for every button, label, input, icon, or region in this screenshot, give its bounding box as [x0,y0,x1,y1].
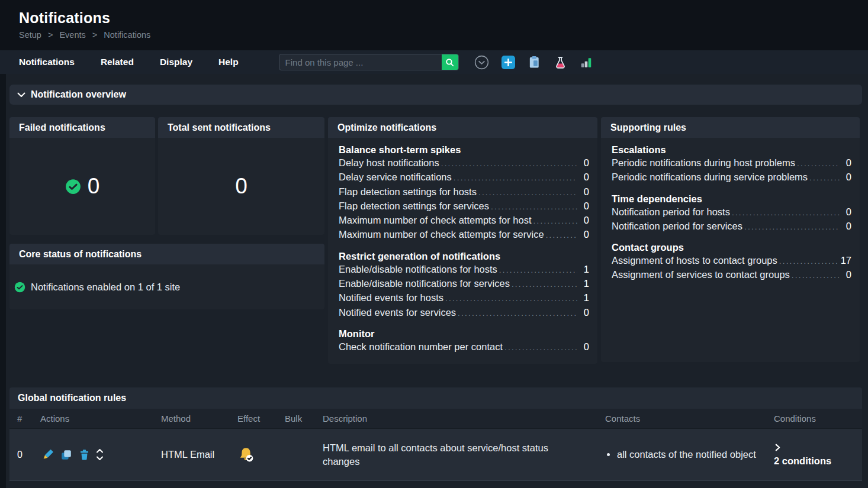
search-button[interactable] [442,54,458,70]
edit-icon[interactable] [40,448,54,462]
conditions-count[interactable]: 2 conditions [774,455,831,466]
menu-notifications[interactable]: Notifications [19,57,75,67]
card-title: Supporting rules [601,117,860,138]
stat-value: 0 [841,172,851,183]
column-header-method: Method [160,413,236,424]
clone-icon[interactable] [60,448,73,461]
chevron-down-circle-icon[interactable] [474,55,489,70]
stat-value: 0 [841,206,851,218]
bar-chart-icon[interactable] [580,56,593,69]
stat-row[interactable]: Check notification number per contact...… [339,341,589,356]
expand-conditions-icon[interactable] [775,443,861,454]
add-icon[interactable] [501,56,515,69]
stat-row[interactable]: Maximum number of check attempts for hos… [339,215,589,229]
dotted-leader: ........................................… [792,271,840,280]
column-header-number: # [9,413,39,424]
dotted-leader: ........................................… [809,173,840,182]
stat-group-heading: Monitor [339,328,589,340]
move-down-icon[interactable] [96,456,104,461]
column-header-bulk: Bulk [284,413,322,424]
dotted-leader: ........................................… [779,257,839,266]
breadcrumb: Setup > Events > Notifications [19,30,868,40]
stat-group: Contact groupsAssignment of hosts to con… [612,242,851,284]
stat-value: 0 [841,221,851,232]
stat-value: 0 [579,172,589,183]
stat-label: Delay service notifications [339,172,452,183]
stat-row[interactable]: Periodic notifications during host probl… [612,157,851,172]
optimize-notifications-card: Optimize notifications Balance short-ter… [328,117,597,364]
notification-bell-icon [237,446,282,463]
stat-row[interactable]: Notification period for services........… [612,221,851,235]
breadcrumb-item-notifications[interactable]: Notifications [104,30,150,40]
stat-row[interactable]: Notified events for hosts...............… [339,292,589,306]
stat-row[interactable]: Flap detection settings for services....… [339,201,589,215]
section-title: Notification overview [31,89,126,100]
breadcrumb-separator: > [90,30,100,40]
chevron-down-icon [17,92,25,98]
stat-row[interactable]: Enable/disable notifications for hosts..… [339,264,589,278]
menu-items: NotificationsRelatedDisplayHelp [19,57,265,67]
dotted-leader: ........................................… [797,159,840,168]
stat-row[interactable]: Assignment of hosts to contact groups...… [612,255,851,269]
overview-cards: Failed notifications 0 Total sent notifi… [9,117,862,364]
column-header-contacts: Contacts [604,413,773,424]
total-sent-notifications-card: Total sent notifications 0 [158,117,324,235]
total-sent-value: 0 [235,174,247,199]
stat-row[interactable]: Enable/disable notifications for service… [339,278,589,292]
breadcrumb-item-setup[interactable]: Setup [19,30,41,40]
stat-group: Restrict generation of notificationsEnab… [339,251,589,321]
menu-related[interactable]: Related [101,57,134,67]
stat-label: Maximum number of check attempts for hos… [339,215,532,226]
rule-method: HTML Email [160,443,236,466]
success-check-icon [65,179,81,195]
card-title: Failed notifications [9,117,155,138]
stat-label: Flap detection settings for hosts [339,186,477,198]
stat-label: Delay host notifications [339,157,439,169]
menu-help[interactable]: Help [218,57,239,67]
rule-conditions: 2 conditions [773,437,862,473]
stat-row[interactable]: Flap detection settings for hosts.......… [339,186,589,201]
stat-row[interactable]: Assignment of services to contact groups… [612,269,851,283]
rule-actions [39,442,160,468]
stat-row[interactable]: Maximum number of check attempts for ser… [339,229,589,243]
clipboard-icon[interactable] [528,55,541,69]
stat-row[interactable]: Periodic notifications during service pr… [612,172,851,186]
move-up-icon[interactable] [96,448,104,453]
stat-label: Notification period for services [612,221,742,232]
stat-group: Time dependenciesNotification period for… [612,193,851,235]
dotted-leader: ........................................… [512,280,577,289]
delete-icon[interactable] [78,448,91,461]
column-header-actions: Actions [39,413,160,424]
flask-icon[interactable] [554,56,567,69]
stat-label: Assignment of hosts to contact groups [612,255,777,266]
stat-row[interactable]: Notified events for services............… [339,307,589,321]
stat-label: Maximum number of check attempts for ser… [339,229,544,240]
rule-bulk [284,449,322,461]
stat-label: Notification period for hosts [612,206,730,218]
menu-bar: NotificationsRelatedDisplayHelp [0,50,868,74]
move-rule-control[interactable] [96,448,104,461]
search-input[interactable] [279,54,442,70]
failed-notifications-card: Failed notifications 0 [9,117,155,235]
notification-overview-toggle[interactable]: Notification overview [9,85,862,105]
stat-value: 0 [579,201,589,212]
dotted-leader: ........................................… [546,231,577,240]
stat-row[interactable]: Delay host notifications................… [339,157,589,172]
menu-display[interactable]: Display [160,57,192,67]
stat-row[interactable]: Notification period for hosts...........… [612,206,851,221]
stat-value: 0 [579,341,589,353]
supporting-rules-card: Supporting rules EscalationsPeriodic not… [601,117,860,362]
rule-description: HTML email to all contacts about service… [323,441,554,468]
dotted-leader: ........................................… [744,222,840,231]
stat-value: 0 [579,186,589,198]
contact-item: all contacts of the notified object [617,448,759,461]
rule-effect [236,440,284,469]
breadcrumb-item-events[interactable]: Events [59,30,85,40]
stat-value: 1 [579,278,589,289]
dotted-leader: ........................................… [504,343,577,352]
stat-row[interactable]: Delay service notifications.............… [339,172,589,186]
stat-value: 0 [579,157,589,169]
stat-value: 1 [579,264,589,275]
rule-contacts: all contacts of the notified object [604,442,773,467]
dotted-leader: ........................................… [458,309,577,318]
